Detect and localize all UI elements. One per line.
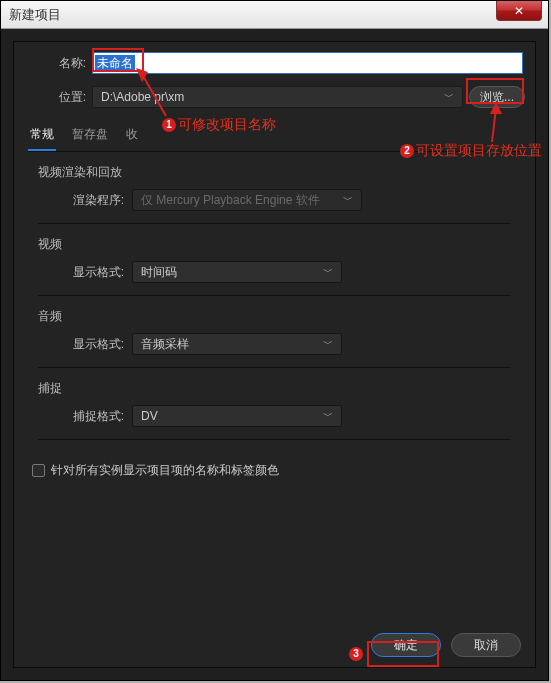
tab-scratch-disks[interactable]: 暂存盘	[70, 122, 110, 151]
annotation-arrow-2	[484, 102, 508, 144]
video-display-format-value: 时间码	[141, 264, 177, 281]
close-icon: ✕	[514, 4, 524, 18]
chevron-down-icon: ﹀	[343, 193, 353, 207]
chevron-down-icon: ﹀	[323, 265, 333, 279]
project-name-value: 未命名	[95, 55, 135, 71]
cancel-button[interactable]: 取消	[451, 633, 521, 657]
tab-ingest[interactable]: 收	[124, 122, 140, 151]
annotation-badge-3: 3	[349, 647, 363, 661]
tab-general[interactable]: 常规	[28, 122, 56, 151]
ok-button[interactable]: 确定	[371, 633, 441, 657]
chevron-down-icon: ﹀	[444, 90, 454, 104]
chevron-down-icon: ﹀	[323, 409, 333, 423]
annotation-2: 2 可设置项目存放位置	[400, 142, 542, 160]
capture-format-value: DV	[141, 409, 158, 423]
renderer-label: 渲染程序:	[38, 192, 132, 209]
annotation-1: 1 可修改项目名称	[162, 116, 276, 134]
audio-display-format-select[interactable]: 音频采样 ﹀	[132, 333, 342, 355]
section-video: 视频	[38, 236, 511, 253]
location-label: 位置:	[14, 89, 92, 106]
audio-display-format-label: 显示格式:	[38, 336, 132, 353]
new-project-dialog: 新建项目 ✕ 名称: 未命名 位置: D:\Adobe pr\xm ﹀ 浏览..…	[0, 0, 549, 681]
titlebar: 新建项目 ✕	[1, 1, 548, 29]
svg-line-0	[142, 74, 166, 116]
annotation-badge-1: 1	[162, 118, 176, 132]
capture-format-label: 捕捉格式:	[38, 408, 132, 425]
annotation-badge-2: 2	[400, 144, 414, 158]
section-capture: 捕捉	[38, 380, 511, 397]
annotation-text-2: 可设置项目存放位置	[416, 142, 542, 160]
section-audio: 音频	[38, 308, 511, 325]
chevron-down-icon: ﹀	[323, 337, 333, 351]
annotation-arrow-1	[136, 68, 170, 118]
capture-format-select[interactable]: DV ﹀	[132, 405, 342, 427]
dialog-body: 名称: 未命名 位置: D:\Adobe pr\xm ﹀ 浏览... 常规 暂存…	[13, 41, 536, 668]
show-names-checkbox[interactable]	[32, 464, 45, 477]
show-names-label: 针对所有实例显示项目项的名称和标签颜色	[51, 462, 279, 479]
annotation-text-1: 可修改项目名称	[178, 116, 276, 134]
audio-display-format-value: 音频采样	[141, 336, 189, 353]
section-render: 视频渲染和回放	[38, 164, 511, 181]
svg-marker-3	[490, 102, 502, 114]
video-display-format-label: 显示格式:	[38, 264, 132, 281]
renderer-value: 仅 Mercury Playback Engine 软件	[141, 192, 320, 209]
video-display-format-select[interactable]: 时间码 ﹀	[132, 261, 342, 283]
name-label: 名称:	[14, 55, 92, 72]
window-title: 新建项目	[9, 6, 61, 24]
renderer-select[interactable]: 仅 Mercury Playback Engine 软件 ﹀	[132, 189, 362, 211]
close-button[interactable]: ✕	[496, 1, 542, 21]
